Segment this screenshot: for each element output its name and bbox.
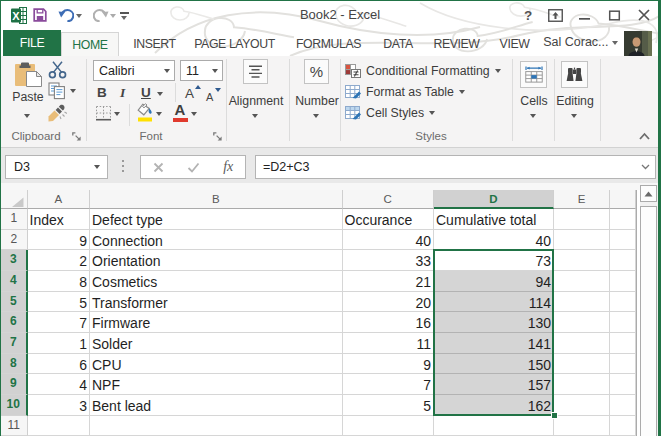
- cell-B7[interactable]: Solder: [90, 333, 343, 354]
- cell-C8[interactable]: 9: [343, 354, 435, 375]
- row-header-1[interactable]: 1: [1, 209, 28, 230]
- cell-E8[interactable]: [554, 354, 610, 375]
- cell-C5[interactable]: 20: [343, 292, 435, 313]
- cell-B4[interactable]: Cosmetics: [90, 271, 343, 292]
- editing-group-button-label[interactable]: Editing: [552, 94, 598, 108]
- cell-D11[interactable]: [434, 416, 554, 436]
- alignment-group-button-label[interactable]: Alignment: [225, 94, 287, 108]
- cell-F9[interactable]: [610, 374, 636, 395]
- column-header-B[interactable]: B: [90, 190, 343, 209]
- cell-styles-button[interactable]: Cell Styles: [345, 103, 435, 123]
- format-as-table-button[interactable]: Format as Table: [345, 82, 465, 102]
- scrollbar-thumb[interactable]: [640, 206, 657, 436]
- cell-F3[interactable]: [610, 250, 636, 271]
- row-header-4[interactable]: 4: [1, 271, 28, 292]
- redo-dropdown-caret[interactable]: [110, 14, 116, 18]
- row-header-8[interactable]: 8: [1, 354, 28, 375]
- cell-F1[interactable]: [610, 209, 636, 230]
- copy-dropdown-caret[interactable]: [70, 89, 76, 93]
- tab-review[interactable]: REVIEW: [424, 32, 490, 56]
- row-header-9[interactable]: 9: [1, 374, 28, 395]
- close-icon[interactable]: [637, 8, 651, 22]
- ribbon-display-options-icon[interactable]: [548, 9, 563, 22]
- cut-icon[interactable]: [48, 61, 67, 79]
- font-color-dropdown-caret[interactable]: [191, 112, 197, 116]
- tab-home[interactable]: HOME: [61, 32, 119, 56]
- row-header-2[interactable]: 2: [1, 230, 28, 251]
- cell-B9[interactable]: NPF: [90, 374, 343, 395]
- undo-icon[interactable]: [58, 7, 74, 22]
- column-header-D[interactable]: D: [434, 190, 554, 209]
- help-button[interactable]: ?: [519, 2, 537, 29]
- tab-view[interactable]: VIEW: [491, 32, 539, 56]
- cell-E3[interactable]: [554, 250, 610, 271]
- cell-E2[interactable]: [554, 230, 610, 251]
- expand-formula-bar-icon[interactable]: [641, 164, 650, 170]
- row-header-11[interactable]: 11: [1, 416, 28, 436]
- cell-C10[interactable]: 5: [343, 395, 435, 416]
- scroll-up-button[interactable]: [640, 185, 657, 202]
- tab-page-layout[interactable]: PAGE LAYOUT: [186, 32, 284, 56]
- cells-dropdown-caret[interactable]: [530, 114, 536, 118]
- cell-D2[interactable]: 40: [434, 230, 554, 251]
- collapse-ribbon-icon[interactable]: [639, 132, 650, 140]
- select-all-corner[interactable]: [1, 190, 28, 209]
- number-button-frame[interactable]: %: [304, 59, 329, 84]
- user-avatar[interactable]: [624, 31, 652, 56]
- cell-C9[interactable]: 7: [343, 374, 435, 395]
- cell-B2[interactable]: Connection: [90, 230, 343, 251]
- row-header-10[interactable]: 10: [1, 395, 28, 416]
- cell-F2[interactable]: [610, 230, 636, 251]
- save-icon[interactable]: [33, 8, 47, 22]
- tab-file[interactable]: FILE: [3, 30, 61, 56]
- format-painter-icon[interactable]: [47, 104, 67, 123]
- fill-handle[interactable]: [551, 412, 558, 419]
- cell-F4[interactable]: [610, 271, 636, 292]
- row-header-5[interactable]: 5: [1, 292, 28, 313]
- user-account[interactable]: Sal Corac...: [543, 35, 618, 49]
- paste-button-label[interactable]: Paste: [5, 90, 51, 104]
- cell-F8[interactable]: [610, 354, 636, 375]
- insert-function-icon[interactable]: fx: [223, 159, 233, 175]
- cell-A4[interactable]: 8: [28, 271, 91, 292]
- font-size-combo[interactable]: 11: [180, 60, 223, 81]
- cell-A1[interactable]: Index: [28, 209, 91, 230]
- editing-button-frame[interactable]: [561, 61, 588, 88]
- cell-F5[interactable]: [610, 292, 636, 313]
- cell-E10[interactable]: [554, 395, 610, 416]
- cell-B3[interactable]: Orientation: [90, 250, 343, 271]
- maximize-icon[interactable]: [608, 9, 621, 22]
- cell-A11[interactable]: [28, 416, 91, 436]
- fill-color-icon[interactable]: [137, 103, 154, 123]
- row-header-3[interactable]: 3: [1, 250, 28, 271]
- cell-C3[interactable]: 33: [343, 250, 435, 271]
- decrease-font-size-button[interactable]: A: [206, 87, 221, 101]
- row-header-6[interactable]: 6: [1, 312, 28, 333]
- increase-font-size-button[interactable]: A: [185, 84, 201, 100]
- cell-A6[interactable]: 7: [28, 312, 91, 333]
- fill-color-dropdown-caret[interactable]: [156, 112, 162, 116]
- number-group-button-label[interactable]: Number: [291, 94, 343, 108]
- cell-E4[interactable]: [554, 271, 610, 292]
- editing-dropdown-caret[interactable]: [571, 114, 577, 118]
- cells-group-button-label[interactable]: Cells: [514, 94, 554, 108]
- column-header-A[interactable]: A: [28, 190, 91, 209]
- clipboard-dialog-launcher-icon[interactable]: [72, 132, 82, 142]
- cell-B11[interactable]: [90, 416, 343, 436]
- enter-icon[interactable]: [187, 162, 200, 173]
- cell-E6[interactable]: [554, 312, 610, 333]
- borders-dropdown-caret[interactable]: [114, 112, 120, 116]
- bold-button[interactable]: B: [97, 85, 107, 100]
- name-box[interactable]: D3: [5, 155, 108, 179]
- formula-bar-separator[interactable]: [122, 160, 124, 175]
- alignment-button-frame[interactable]: [243, 59, 268, 84]
- cell-F11[interactable]: [610, 416, 636, 436]
- underline-dropdown-caret[interactable]: [157, 92, 163, 96]
- font-name-combo[interactable]: Calibri: [93, 60, 175, 81]
- cancel-icon[interactable]: [153, 162, 164, 173]
- redo-icon[interactable]: [93, 7, 109, 22]
- number-dropdown-caret[interactable]: [313, 114, 319, 118]
- cell-A10[interactable]: 3: [28, 395, 91, 416]
- cell-E9[interactable]: [554, 374, 610, 395]
- cell-C11[interactable]: [343, 416, 435, 436]
